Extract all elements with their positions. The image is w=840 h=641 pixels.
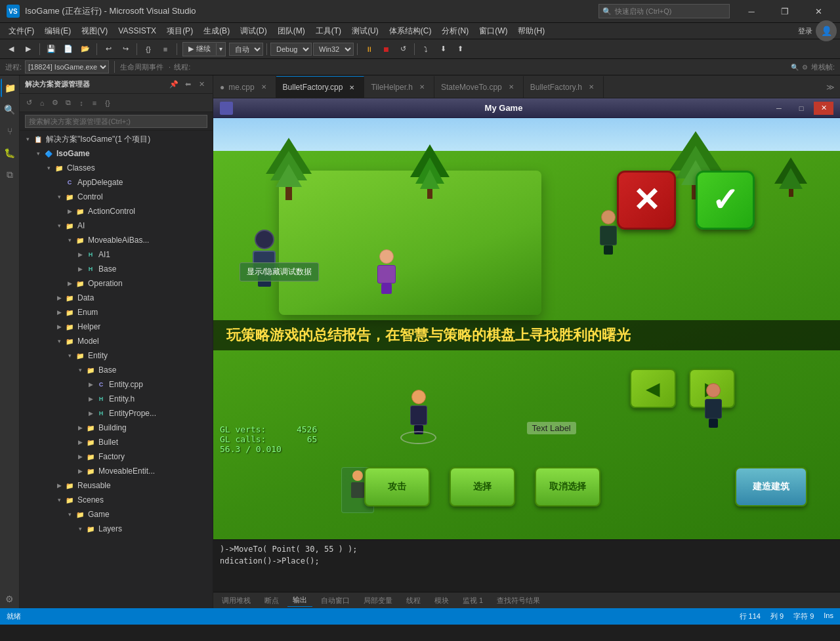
menu-view[interactable]: 视图(V) — [76, 24, 113, 38]
redo-button[interactable]: ↪ — [117, 41, 133, 57]
pause-button[interactable]: ⏸ — [361, 41, 377, 57]
ai-base-item[interactable]: ▶ H Base — [20, 262, 213, 276]
settings-icon[interactable]: ⚙ — [1, 590, 19, 608]
ai1-item[interactable]: ▶ H AI1 — [20, 247, 213, 262]
tab-watch1[interactable]: 监视 1 — [457, 594, 488, 607]
tab-auto-window[interactable]: 自动窗口 — [316, 594, 355, 607]
undo-button[interactable]: ↩ — [100, 41, 116, 57]
reusable-folder[interactable]: ▶ 📁 Reusable — [20, 478, 213, 493]
moveableaibas-folder[interactable]: ▾ 📁 MoveableAiBas... — [20, 233, 213, 247]
entity-base-folder[interactable]: ▾ 📁 Base — [20, 363, 213, 377]
menu-analyze[interactable]: 分析(N) — [436, 24, 474, 38]
close-button[interactable]: ✕ — [803, 0, 833, 23]
arrow-left-button[interactable]: ◀ — [630, 369, 676, 408]
tab-threads[interactable]: 线程 — [401, 594, 426, 607]
save-all-button[interactable]: 📄 — [60, 41, 76, 57]
entity-cpp-item[interactable]: ▶ C Entity.cpp — [20, 377, 213, 392]
operation-folder[interactable]: ▶ 📁 Operation — [20, 276, 213, 291]
menu-vassistx[interactable]: VASSISTX — [113, 25, 161, 37]
build-button[interactable]: 建造建筑 — [735, 467, 807, 507]
factory-folder[interactable]: ▶ 📁 Factory — [20, 449, 213, 464]
quick-launch[interactable]: 🔍 快速启动 (Ctrl+Q) — [598, 4, 730, 18]
sol-settings-icon[interactable]: ⚙ — [49, 97, 61, 109]
filter-icon[interactable]: 🔍 — [791, 64, 799, 71]
solution-search-input[interactable] — [25, 115, 207, 128]
data-folder[interactable]: ▶ 📁 Data — [20, 291, 213, 305]
game-minimize-btn[interactable]: ─ — [769, 102, 789, 115]
sol-home-icon[interactable]: ⌂ — [36, 97, 48, 109]
moveableentit-folder[interactable]: ▶ 📁 MoveableEntit... — [20, 464, 213, 478]
tab-breakpoints[interactable]: 断点 — [259, 594, 284, 607]
tab-bulletfactory-close[interactable]: ✕ — [346, 82, 357, 93]
menu-debug[interactable]: 调试(D) — [235, 24, 272, 38]
extensions-icon[interactable]: ⧉ — [1, 165, 19, 184]
panel-pin-icon[interactable]: 📌 — [168, 79, 180, 91]
scenes-folder[interactable]: ▾ 📁 Scenes — [20, 493, 213, 507]
sol-expand-icon[interactable]: ↕ — [75, 97, 87, 109]
menu-test[interactable]: 测试(U) — [346, 24, 384, 38]
menu-project[interactable]: 项目(P) — [161, 24, 198, 38]
actioncontrol-item[interactable]: ▶ 📁 ActionControl — [20, 204, 213, 218]
enum-folder[interactable]: ▶ 📁 Enum — [20, 305, 213, 320]
ai-folder[interactable]: ▾ 📁 AI — [20, 218, 213, 233]
entity-h-item[interactable]: ▶ H Entity.h — [20, 392, 213, 406]
tab-statemoveto[interactable]: StateMoveTo.cpp ✕ — [434, 76, 524, 98]
indent-button[interactable]: ≡ — [158, 41, 173, 57]
git-icon[interactable]: ⑂ — [1, 122, 19, 140]
menu-team[interactable]: 团队(M) — [272, 24, 310, 38]
menu-file[interactable]: 文件(F) — [3, 24, 39, 38]
sol-view-icon[interactable]: {} — [102, 97, 114, 109]
stop-button[interactable]: ⏹ — [378, 41, 394, 57]
open-button[interactable]: 📂 — [77, 41, 93, 57]
game-folder[interactable]: ▾ 📁 Game — [20, 507, 213, 522]
game-maximize-btn[interactable]: □ — [791, 102, 811, 115]
tab-mecpp-close[interactable]: ✕ — [259, 82, 269, 93]
tab-mecpp[interactable]: ● me.cpp ✕ — [213, 76, 276, 98]
tab-tilehelper[interactable]: TileHelper.h ✕ — [364, 76, 434, 98]
sol-filter-icon[interactable]: ⧉ — [62, 97, 74, 109]
tab-modules[interactable]: 模块 — [429, 594, 454, 607]
game-check-button[interactable]: ✓ — [696, 171, 755, 230]
model-folder[interactable]: ▾ 📁 Model — [20, 334, 213, 348]
tab-find-symbols[interactable]: 查找符号结果 — [492, 594, 545, 607]
menu-edit[interactable]: 编辑(E) — [39, 24, 76, 38]
building-folder[interactable]: ▶ 📁 Building — [20, 421, 213, 435]
menu-build[interactable]: 生成(B) — [198, 24, 235, 38]
cancel-select-button[interactable]: 取消选择 — [535, 467, 600, 507]
tab-statemoveto-close[interactable]: ✕ — [506, 82, 516, 93]
search-activity-icon[interactable]: 🔍 — [1, 100, 19, 119]
tab-locals[interactable]: 局部变量 — [358, 594, 398, 607]
auto-dropdown[interactable]: 自动 — [229, 43, 263, 56]
menu-tools[interactable]: 工具(T) — [310, 24, 346, 38]
game-x-button[interactable]: ✕ — [617, 171, 676, 230]
game-close-btn[interactable]: ✕ — [814, 102, 833, 115]
user-avatar[interactable]: 👤 — [816, 20, 837, 41]
appdelegate-item[interactable]: C AppDelegate — [20, 175, 213, 190]
login-button[interactable]: 登录 — [798, 26, 812, 36]
control-folder[interactable]: ▾ 📁 Control — [20, 190, 213, 204]
continue-group[interactable]: ▶ 继续 ▾ — [182, 42, 226, 56]
step-over-button[interactable]: ⤵ — [418, 41, 434, 57]
isogame-project[interactable]: ▾ 🔷 IsoGame — [20, 146, 213, 161]
menu-architecture[interactable]: 体系结构(C) — [384, 24, 437, 38]
step-out-button[interactable]: ⬆ — [452, 41, 468, 57]
panel-arrow-icon[interactable]: ⬅ — [182, 79, 194, 91]
explorer-icon[interactable]: 📁 — [1, 79, 19, 97]
forward-button[interactable]: ▶ — [20, 41, 36, 57]
step-into-button[interactable]: ⬇ — [435, 41, 451, 57]
continue-dropdown-button[interactable]: ▾ — [217, 45, 225, 52]
bullet-folder[interactable]: ▶ 📁 Bullet — [20, 435, 213, 449]
select-button[interactable]: 选择 — [450, 467, 515, 507]
platform-dropdown[interactable]: Win32 — [313, 43, 354, 56]
sol-refresh-icon[interactable]: ↺ — [23, 97, 35, 109]
tab-bulletfactoryh-close[interactable]: ✕ — [586, 82, 597, 93]
entityprope-item[interactable]: ▶ H EntityPrope... — [20, 406, 213, 421]
menu-window[interactable]: 窗口(W) — [474, 24, 513, 38]
restore-button[interactable]: ❐ — [770, 0, 800, 23]
solution-root[interactable]: ▾ 📋 解决方案"IsoGame"(1 个项目) — [20, 132, 213, 146]
restart-button[interactable]: ↺ — [395, 41, 411, 57]
continue-button[interactable]: ▶ 继续 — [183, 44, 216, 54]
back-button[interactable]: ◀ — [3, 41, 19, 57]
tab-call-stack[interactable]: 调用堆栈 — [217, 594, 256, 607]
debug-config-dropdown[interactable]: Debug — [270, 43, 312, 56]
